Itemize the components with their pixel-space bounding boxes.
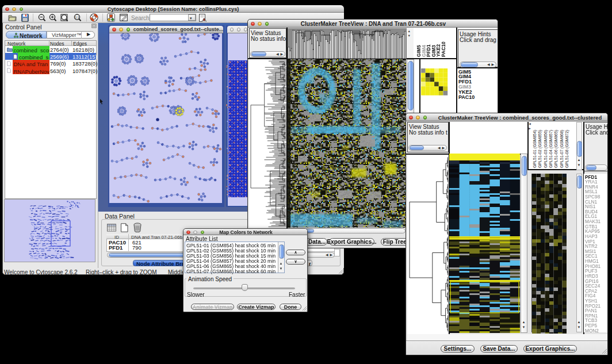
svg-text:YKE2: YKE2	[435, 44, 441, 57]
svg-text:GPL51-07 (GSM868): GPL51-07 (GSM868)	[560, 130, 564, 168]
svg-text:GPL51-03 (GSM856): GPL51-03 (GSM856)	[544, 130, 548, 168]
svg-text:1:1: 1:1	[75, 16, 79, 19]
svg-text:PAC10: PAC10	[441, 41, 446, 57]
svg-text:GIM3: GIM3	[431, 45, 437, 57]
svg-text:GIM5: GIM5	[416, 45, 422, 57]
svg-text:GPL51-01 (GSM854): GPL51-01 (GSM854)	[533, 130, 537, 168]
svg-text:PFD1: PFD1	[426, 44, 431, 57]
svg-text:GPL51-06 (GSM865): GPL51-06 (GSM865)	[554, 130, 559, 168]
svg-text:GIM4: GIM4	[421, 45, 427, 57]
svg-text:GPL51-02 (GSM855): GPL51-02 (GSM855)	[538, 130, 542, 168]
svg-text:GPL51-04 (GSM857): GPL51-04 (GSM857)	[549, 130, 553, 168]
svg-text:GPL51-08 (GSM872): GPL51-08 (GSM872)	[565, 130, 569, 168]
